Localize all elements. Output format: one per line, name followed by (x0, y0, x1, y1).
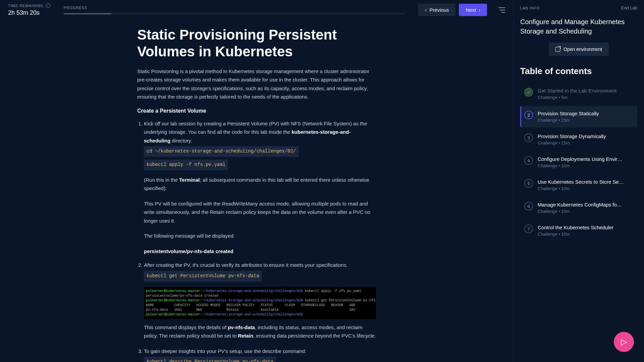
toc-item-5-meta: Challenge • 10m (538, 186, 633, 191)
toc-badge-3: 3 (524, 133, 533, 142)
time-label-text: TIME REMAINING (8, 4, 44, 8)
toc-list: ✓ Get Started in the Lab Environment Cha… (520, 83, 637, 241)
toc-item-6[interactable]: 6 Manage Kubernetes ConfigMaps fo… Chall… (520, 197, 637, 219)
cmd-exp-c: , ensuring data persistence beyond the P… (253, 333, 376, 339)
toc-item-2-meta: Challenge • 23m (538, 118, 633, 123)
display-note: The following message will be displayed: (144, 232, 376, 240)
step-2-text: After creating the PV, it's crucial to v… (144, 262, 348, 268)
content-scroll[interactable]: Static Provisioning Persistent Volumes i… (0, 20, 513, 362)
open-environment-button[interactable]: Open environment (549, 43, 609, 56)
pv-config-note: This PV will be configured with the Read… (144, 199, 376, 225)
toc-item-4[interactable]: 4 Configure Deployments Using Envir… Cha… (520, 152, 637, 173)
toc-item-2-title: Provision Storage Statically (538, 111, 633, 116)
nav-buttons: ‹ Previous Next › (418, 4, 505, 16)
lab-title: Configure and Manage Kubernetes Storage … (520, 17, 637, 36)
open-env-label: Open environment (564, 47, 602, 52)
next-button[interactable]: Next › (459, 4, 487, 16)
next-label: Next (466, 7, 476, 13)
progress-fill (64, 13, 111, 14)
chevron-right-icon: › (479, 7, 480, 13)
play-icon: ▷ (621, 337, 627, 347)
command-explanation: This command displays the details of pv-… (144, 323, 376, 340)
toc-item-7[interactable]: 7 Control the Kubernetes Scheduler Chall… (520, 220, 637, 241)
step-3-text: To gain deeper insights into your PV's s… (144, 348, 306, 354)
toc-badge-6: 6 (524, 202, 533, 210)
toc-item-5[interactable]: 5 Use Kubernetes Secrets to Store Se… Ch… (520, 174, 637, 196)
previous-label: Previous (429, 7, 449, 13)
terminal-output-1: pslearner@kubernetes-master:~/kubernetes… (144, 287, 376, 319)
toc-item-6-title: Manage Kubernetes ConfigMaps fo… (538, 202, 633, 207)
lab-info-label: LAB INFO (520, 6, 540, 10)
toc-item-1-title: Get Started in the Lab Environment (538, 88, 633, 94)
toc-badge-2: 2 (524, 111, 533, 119)
top-bar: TIME REMAINING i 2h 53m 20s PROGRESS ‹ P… (0, 0, 513, 20)
chevron-left-icon: ‹ (425, 7, 427, 13)
page-title: Static Provisioning Persistent Volumes i… (137, 26, 376, 60)
play-fab-button[interactable]: ▷ (614, 332, 634, 352)
time-remaining-block: TIME REMAINING i 2h 53m 20s (8, 3, 50, 16)
sidebar-header: LAB INFO End Lab (520, 5, 637, 10)
command-apply: kubectl apply -f nfs.pv.yaml (144, 160, 228, 170)
terminal-note: (Run this in the Terminal; all subsequen… (144, 176, 376, 193)
progress-label: PROGRESS (64, 6, 405, 10)
toc-item-1-meta: Challenge • 5m (538, 95, 633, 100)
toc-item-2[interactable]: 2 Provision Storage Statically Challenge… (520, 106, 637, 127)
progress-bar (64, 13, 405, 14)
cmd-exp-a: This command displays the details of (144, 324, 228, 330)
toc-badge-4: 4 (524, 156, 533, 165)
time-value: 2h 53m 20s (8, 9, 50, 16)
step-1: Kick off our lab session by creating a P… (144, 119, 376, 256)
toc-title: Table of contents (520, 66, 637, 76)
previous-button[interactable]: ‹ Previous (418, 4, 455, 16)
step-1-text-b: directory. (170, 138, 192, 143)
intro-paragraph: Static Provisioning is a pivotal method … (137, 67, 376, 101)
toc-item-5-title: Use Kubernetes Secrets to Store Se… (538, 179, 633, 185)
toc-item-1[interactable]: ✓ Get Started in the Lab Environment Cha… (520, 83, 637, 105)
terminal-note-bold: Terminal (179, 177, 200, 183)
external-link-icon (555, 47, 560, 52)
toc-item-3-meta: Challenge • 15m (538, 140, 633, 145)
toc-badge-7: 7 (524, 225, 533, 233)
section-heading: Create a Persistent Volume (137, 108, 376, 114)
command-cd: cd ~/kubernetes-storage-and-scheduling/c… (144, 146, 299, 157)
progress-block: PROGRESS (64, 6, 405, 14)
menu-toggle-icon[interactable] (498, 7, 505, 13)
toc-item-4-meta: Challenge • 10m (538, 163, 633, 168)
toc-item-7-meta: Challenge • 15m (538, 232, 633, 237)
terminal-note-a: (Run this in the (144, 177, 179, 183)
end-lab-button[interactable]: End Lab (621, 5, 637, 10)
command-get-pv: kubectl get PersistentVolume pv-nfs-data (144, 271, 262, 282)
step-2: After creating the PV, it's crucial to v… (144, 261, 376, 340)
toc-item-6-meta: Challenge • 10m (538, 209, 633, 214)
time-label: TIME REMAINING i (8, 3, 50, 8)
toc-item-3[interactable]: 3 Provision Storage Dynamically Challeng… (520, 129, 637, 150)
cmd-exp-bold1: pv-nfs-data (228, 324, 255, 330)
steps-list: Kick off our lab session by creating a P… (137, 119, 376, 362)
toc-item-3-title: Provision Storage Dynamically (538, 133, 633, 139)
created-message: persistentvolume/pv-nfs-data created (144, 247, 376, 256)
check-icon: ✓ (524, 88, 533, 97)
toc-badge-5: 5 (524, 179, 533, 188)
cmd-exp-bold2: Retain (238, 333, 253, 339)
command-describe-pv: kubectl describe PersistentVolume pv-nfs… (144, 357, 276, 362)
sidebar: LAB INFO End Lab Configure and Manage Ku… (513, 0, 644, 362)
toc-item-4-title: Configure Deployments Using Envir… (538, 156, 633, 162)
step-3: To gain deeper insights into your PV's s… (144, 347, 376, 362)
info-icon[interactable]: i (46, 3, 50, 8)
toc-item-7-title: Control the Kubernetes Scheduler (538, 225, 633, 230)
